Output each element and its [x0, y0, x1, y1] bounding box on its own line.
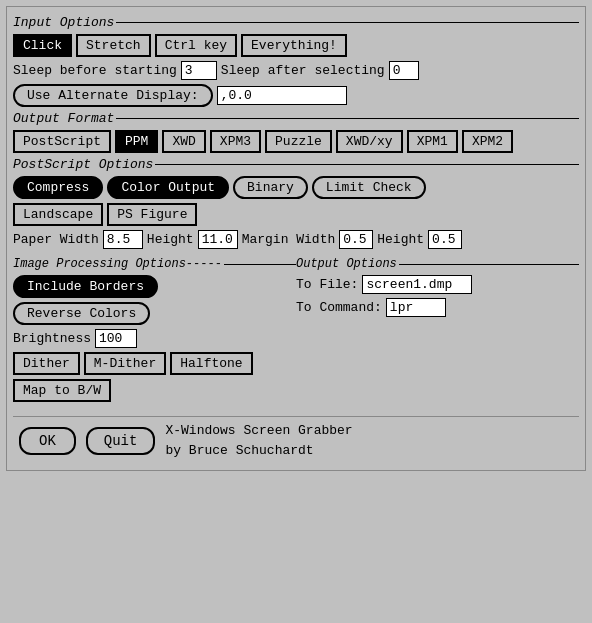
output-options-label: Output Options: [296, 257, 579, 271]
to-command-label: To Command:: [296, 300, 382, 315]
btn-ctrl-key[interactable]: Ctrl key: [155, 34, 237, 57]
btn-xpm2[interactable]: XPM2: [462, 130, 513, 153]
two-col-section: Image Processing Options----- Include Bo…: [13, 253, 579, 406]
paper-width-input[interactable]: [103, 230, 143, 249]
output-options-col: Output Options To File: To Command:: [296, 253, 579, 406]
credits: X-Windows Screen Grabber by Bruce Schuch…: [165, 421, 352, 460]
alternate-display-button[interactable]: Use Alternate Display:: [13, 84, 213, 107]
brightness-label: Brightness: [13, 331, 91, 346]
sleep-before-input[interactable]: [181, 61, 217, 80]
btn-compress[interactable]: Compress: [13, 176, 103, 199]
alternate-display-row: Use Alternate Display:: [13, 84, 579, 107]
brightness-row: Brightness: [13, 329, 296, 348]
sleep-row: Sleep before starting Sleep after select…: [13, 61, 579, 80]
btn-map-bw[interactable]: Map to B/W: [13, 379, 111, 402]
image-processing-label: Image Processing Options-----: [13, 257, 296, 271]
btn-everything[interactable]: Everything!: [241, 34, 347, 57]
to-command-row: To Command:: [296, 298, 579, 317]
btn-ps-figure[interactable]: PS Figure: [107, 203, 197, 226]
to-command-input[interactable]: [386, 298, 446, 317]
ok-button[interactable]: OK: [19, 427, 76, 455]
include-borders-row: Include Borders: [13, 275, 296, 298]
paper-size-row: Paper Width Height Margin Width Height: [13, 230, 579, 249]
margin-height-input[interactable]: [428, 230, 462, 249]
btn-xwd[interactable]: XWD: [162, 130, 205, 153]
btn-click[interactable]: Click: [13, 34, 72, 57]
postscript-row1: Compress Color Output Binary Limit Check: [13, 176, 579, 199]
btn-reverse-colors[interactable]: Reverse Colors: [13, 302, 150, 325]
margin-width-label: Margin Width: [242, 232, 336, 247]
paper-width-label: Paper Width: [13, 232, 99, 247]
input-options-label: Input Options: [13, 15, 579, 30]
btn-xpm1[interactable]: XPM1: [407, 130, 458, 153]
btn-puzzle[interactable]: Puzzle: [265, 130, 332, 153]
paper-height-label: Height: [147, 232, 194, 247]
dither-row: Dither M-Dither Halftone Map to B/W: [13, 352, 296, 402]
to-file-label: To File:: [296, 277, 358, 292]
bottom-bar: OK Quit X-Windows Screen Grabber by Bruc…: [13, 416, 579, 464]
btn-xwdxy[interactable]: XWD/xy: [336, 130, 403, 153]
sleep-before-label: Sleep before starting: [13, 63, 177, 78]
margin-width-input[interactable]: [339, 230, 373, 249]
main-container: Input Options Click Stretch Ctrl key Eve…: [6, 6, 586, 471]
btn-halftone[interactable]: Halftone: [170, 352, 252, 375]
credits-line1: X-Windows Screen Grabber: [165, 421, 352, 441]
btn-m-dither[interactable]: M-Dither: [84, 352, 166, 375]
postscript-options-label: PostScript Options: [13, 157, 579, 172]
sleep-after-label: Sleep after selecting: [221, 63, 385, 78]
output-format-buttons-row: PostScript PPM XWD XPM3 Puzzle XWD/xy XP…: [13, 130, 579, 153]
postscript-row2: Landscape PS Figure: [13, 203, 579, 226]
btn-binary[interactable]: Binary: [233, 176, 308, 199]
brightness-input[interactable]: [95, 329, 137, 348]
to-file-row: To File:: [296, 275, 579, 294]
credits-line2: by Bruce Schuchardt: [165, 441, 352, 461]
image-processing-col: Image Processing Options----- Include Bo…: [13, 253, 296, 406]
paper-height-input[interactable]: [198, 230, 238, 249]
margin-height-label: Height: [377, 232, 424, 247]
btn-limit-check[interactable]: Limit Check: [312, 176, 426, 199]
btn-ppm[interactable]: PPM: [115, 130, 158, 153]
alternate-display-input[interactable]: [217, 86, 347, 105]
sleep-after-input[interactable]: [389, 61, 419, 80]
quit-button[interactable]: Quit: [86, 427, 156, 455]
btn-landscape[interactable]: Landscape: [13, 203, 103, 226]
to-file-input[interactable]: [362, 275, 472, 294]
btn-color-output[interactable]: Color Output: [107, 176, 229, 199]
output-format-label: Output Format: [13, 111, 579, 126]
btn-postscript[interactable]: PostScript: [13, 130, 111, 153]
reverse-colors-row: Reverse Colors: [13, 302, 296, 325]
input-buttons-row: Click Stretch Ctrl key Everything!: [13, 34, 579, 57]
btn-include-borders[interactable]: Include Borders: [13, 275, 158, 298]
btn-dither[interactable]: Dither: [13, 352, 80, 375]
btn-stretch[interactable]: Stretch: [76, 34, 151, 57]
btn-xpm3[interactable]: XPM3: [210, 130, 261, 153]
